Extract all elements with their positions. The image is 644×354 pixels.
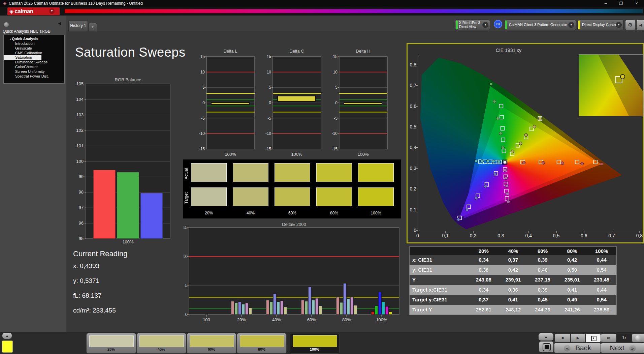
cie-x-tick	[584, 231, 584, 233]
svg-text:DeltaE 2000: DeltaE 2000	[282, 223, 306, 227]
cie-y-tick-label: 0,4	[408, 145, 416, 150]
sidebar-item-luminance-sweeps[interactable]: Luminance Sweeps	[4, 60, 64, 65]
bottom-bar: ▲ 20%40%60%80%100% ▲ ■ ▶ ∞ ↻ « Back Next…	[0, 332, 644, 354]
active-patch-preview	[2, 341, 13, 353]
meter-count-badge[interactable]: 711	[494, 20, 502, 28]
extra-transport-button[interactable]	[632, 333, 644, 343]
actual-swatch-20%	[191, 163, 227, 182]
svg-text:5: 5	[202, 85, 205, 90]
transport-expand-button[interactable]: ▲	[538, 333, 554, 341]
patch-button-80%[interactable]: 80%	[237, 333, 287, 354]
meter-name: X-Rite i1Pro 3	[459, 21, 480, 25]
settings-button[interactable]: ⚙	[625, 20, 635, 30]
cie-panel: CIE 1931 xy 00,10,20,30,40,50,60,70,800,…	[407, 43, 644, 243]
delta-l-chart: 151050-5-10-15Delta L100%	[191, 47, 259, 160]
workflow-tree: ▾ Quick Analysis IntroductionGrayscaleCM…	[3, 35, 65, 84]
cie-sweep-magenta	[503, 168, 510, 203]
svg-text:15: 15	[267, 54, 271, 59]
workflow-menu-button[interactable]	[4, 22, 9, 27]
meter-dropdown[interactable]: X-Rite i1Pro 3 Direct View ▼	[455, 20, 490, 30]
cie-x-tick	[501, 231, 501, 233]
app-window: Calman 2025 Calman Ultimate for Business…	[0, 0, 644, 354]
maximize-button[interactable]: ❐	[614, 0, 629, 7]
cie-x-tick-label: 0,2	[468, 233, 478, 238]
display-name: Direct Display Control	[582, 23, 618, 27]
delta-h-chart: 151050-5-10-15Delta H100%	[324, 47, 391, 160]
svg-text:RGB Balance: RGB Balance	[115, 77, 141, 82]
tree-root[interactable]: ▾ Quick Analysis	[4, 37, 64, 41]
patch-button-40%[interactable]: 40%	[136, 333, 186, 354]
patch-button-60%[interactable]: 60%	[187, 333, 236, 354]
sidebar-item-cms-calibration[interactable]: CMS Calibration	[4, 51, 64, 56]
cie-x-tick-label: 0,3	[496, 233, 506, 238]
next-button[interactable]: Next »	[601, 343, 644, 353]
minimize-button[interactable]: –	[598, 0, 613, 7]
patch-button-100%[interactable]: 100%	[290, 333, 340, 354]
source-dropdown[interactable]: CalMAN Client 3 Pattern Generator ▼	[504, 20, 576, 30]
cie-y-tick-label: 0,1	[408, 207, 416, 212]
sync-icon: ↻	[622, 334, 626, 342]
logo-text: calman	[14, 8, 33, 15]
cie-y-tick-label: 0,5	[408, 124, 416, 129]
svg-text:15: 15	[184, 225, 188, 230]
actual-swatch-60%	[275, 163, 310, 182]
rgb-balance-chart: RGB Balance95969798991001011021031041051…	[67, 76, 172, 246]
sidebar-item-spectral-power-dist-[interactable]: Spectral Power Dist.	[4, 74, 64, 79]
svg-text:100: 100	[76, 159, 84, 164]
chevron-down-icon: ▼	[482, 22, 488, 28]
page-title: Saturation Sweeps	[75, 45, 185, 60]
cie-x-tick	[418, 231, 418, 233]
patch-button-20%[interactable]: 20%	[86, 333, 136, 354]
cie-y-tick	[416, 168, 418, 169]
target-row-label: Target	[184, 188, 189, 207]
display-status-bar	[578, 21, 580, 29]
sidebar-item-grayscale[interactable]: Grayscale	[4, 46, 64, 51]
target-swatch-80%	[316, 187, 352, 206]
continuous-read-button[interactable]: ∞	[601, 333, 616, 343]
actual-swatch-100%	[358, 163, 394, 182]
sync-button[interactable]: ↻	[616, 333, 632, 343]
sidebar-item-colorchecker[interactable]: ColorChecker	[4, 65, 64, 69]
sidebar-item-introduction[interactable]: Introduction	[4, 41, 64, 46]
cie-white-point	[503, 160, 507, 164]
tab-add-button[interactable]: +	[88, 23, 97, 31]
svg-text:99: 99	[79, 174, 84, 179]
pattern-window-button[interactable]	[539, 341, 554, 353]
frame-icon	[543, 343, 551, 351]
sidebar-collapse-button[interactable]: ◀	[58, 21, 61, 26]
read-single-button[interactable]	[585, 333, 601, 343]
svg-text:102: 102	[76, 128, 84, 133]
svg-text:Delta L: Delta L	[223, 49, 237, 54]
patch-label: 20%	[87, 347, 136, 351]
patch-list-expand-button[interactable]: ▲	[2, 333, 12, 339]
play-button[interactable]: ▶	[571, 333, 585, 343]
sidebar-item-screen-uniformity[interactable]: Screen Uniformity	[4, 69, 64, 74]
tab-history-1[interactable]: History 1	[68, 20, 88, 31]
swatch-col-label: 60%	[275, 211, 310, 215]
back-button[interactable]: « Back	[554, 343, 601, 353]
display-dropdown[interactable]: Direct Display Control ▼	[577, 20, 623, 30]
cie-y-tick	[416, 147, 418, 148]
current-reading-value: x: 0,4393	[73, 262, 127, 277]
panel-collapse-button[interactable]: ◀	[637, 20, 644, 30]
cie-sweep-blue	[457, 172, 498, 221]
svg-text:-15: -15	[199, 147, 205, 151]
app-icon	[3, 1, 7, 6]
svg-text:98: 98	[79, 189, 84, 195]
logo-menu-button[interactable]: ▼	[49, 8, 55, 14]
swatch-col-label: 20%	[191, 211, 227, 215]
target-swatch-20%	[191, 187, 227, 206]
stop-button[interactable]: ■	[555, 333, 571, 343]
sidebar-item-saturation-sweeps[interactable]: Saturation Sweeps	[4, 55, 41, 60]
table-row: Target y:CIE310,370,410,450,490,54	[410, 295, 616, 305]
svg-text:80%: 80%	[342, 317, 351, 322]
patch-swatch	[139, 335, 184, 347]
svg-text:96: 96	[79, 220, 84, 226]
svg-text:60%: 60%	[307, 317, 316, 322]
cie-x-tick-label: 0,8	[634, 233, 644, 238]
cie-y-tick	[416, 230, 418, 231]
close-button[interactable]: ×	[629, 0, 644, 7]
patch-label: 60%	[187, 347, 236, 351]
patch-swatch	[293, 335, 337, 347]
cie-x-tick-label: 0	[413, 233, 423, 238]
